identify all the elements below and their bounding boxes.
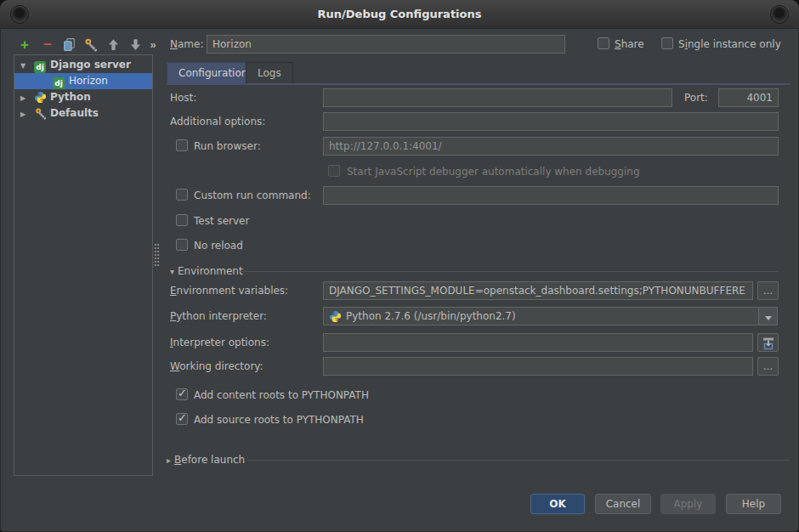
port-label: Port: <box>684 92 708 105</box>
help-button[interactable]: Help <box>726 494 781 514</box>
interpreter-options-label: Interpreter options: <box>170 337 269 349</box>
add-source-roots-label[interactable]: Add source roots to PYTHONPATH <box>194 414 364 427</box>
wrench-gear-icon <box>83 37 99 52</box>
minus-icon: − <box>40 37 55 52</box>
edit-defaults-button[interactable] <box>83 37 99 52</box>
working-directory-browse-button[interactable]: … <box>757 357 779 376</box>
environment-section-header[interactable]: ▾Environment <box>170 265 243 277</box>
ok-button[interactable]: OK <box>530 494 585 514</box>
tree-item-label: Django server <box>50 57 131 73</box>
run-debug-configurations-dialog: Run/Debug Configurations + − <box>0 0 799 532</box>
name-label: Name: <box>170 38 203 51</box>
environment-variables-browse-button[interactable]: … <box>757 281 779 300</box>
arrow-down-icon <box>128 37 144 52</box>
chevron-right-icon[interactable]: ▶ <box>20 90 26 106</box>
before-launch-header[interactable]: ▸Before launch <box>167 454 245 466</box>
working-directory-label: Working directory: <box>170 360 264 373</box>
copy-icon <box>62 37 77 52</box>
tree-item-label: Defaults <box>50 105 99 122</box>
host-field[interactable] <box>323 88 672 107</box>
dialog-body: + − <box>0 29 799 532</box>
window-button-left[interactable] <box>10 5 29 24</box>
add-source-roots-checkbox[interactable] <box>176 413 188 425</box>
interpreter-options-expand-button[interactable] <box>757 333 779 352</box>
single-instance-checkbox[interactable] <box>661 37 673 49</box>
add-content-roots-checkbox[interactable] <box>176 388 188 400</box>
configurations-tree: ▼ dj Django server dj Horizon ▶ Python <box>14 54 153 476</box>
python-icon <box>329 310 342 323</box>
before-launch-separator <box>246 460 789 461</box>
tree-item-python[interactable]: ▶ Python <box>14 89 152 105</box>
chevron-right-icon[interactable]: ▶ <box>20 106 26 122</box>
custom-run-command-checkbox[interactable] <box>176 189 188 201</box>
python-interpreter-dropdown-button[interactable] <box>758 308 777 325</box>
expand-field-icon <box>758 337 778 350</box>
tree-item-django-server[interactable]: ▼ dj Django server <box>14 57 152 73</box>
chevron-right-icon: ▸ <box>167 456 171 465</box>
arrow-up-icon <box>106 37 122 52</box>
python-icon <box>34 91 47 104</box>
custom-run-command-field[interactable] <box>323 186 779 205</box>
js-debugger-checkbox[interactable] <box>328 165 340 177</box>
copy-configuration-button[interactable] <box>62 37 77 52</box>
add-configuration-button[interactable]: + <box>17 37 32 52</box>
python-interpreter-value: Python 2.7.6 (/usr/bin/python2.7) <box>346 310 516 322</box>
python-interpreter-label: Python interpreter: <box>170 310 267 323</box>
single-instance-label[interactable]: Single instance only <box>678 38 781 51</box>
test-server-checkbox[interactable] <box>176 214 188 226</box>
run-browser-checkbox[interactable] <box>176 139 188 151</box>
apply-button[interactable]: Apply <box>660 494 716 514</box>
titlebar: Run/Debug Configurations <box>0 0 799 29</box>
share-label[interactable]: Share <box>615 38 644 51</box>
tab-underline <box>167 83 790 85</box>
name-field[interactable] <box>207 35 565 54</box>
run-browser-label[interactable]: Run browser: <box>194 140 261 153</box>
chevron-down-icon: ▾ <box>170 267 174 276</box>
more-actions-button[interactable]: » <box>146 37 160 52</box>
cancel-button[interactable]: Cancel <box>595 494 651 514</box>
working-directory-field[interactable] <box>323 357 753 376</box>
chevron-down-icon <box>765 316 772 320</box>
tree-item-label: Python <box>50 89 91 105</box>
host-label: Host: <box>170 92 196 105</box>
interpreter-options-field[interactable] <box>323 333 753 352</box>
window-button-right[interactable] <box>770 5 789 24</box>
window-title: Run/Debug Configurations <box>0 0 799 29</box>
environment-separator <box>238 271 779 272</box>
move-up-button[interactable] <box>106 37 122 52</box>
custom-run-command-label[interactable]: Custom run command: <box>194 190 311 202</box>
tab-logs[interactable]: Logs <box>246 62 293 83</box>
js-debugger-label: Start JavaScript debugger automatically … <box>347 166 640 178</box>
remove-configuration-button[interactable]: − <box>40 37 55 52</box>
wrench-gear-icon <box>34 107 47 120</box>
chevron-double-right-icon: » <box>146 37 160 52</box>
python-interpreter-select[interactable]: Python 2.7.6 (/usr/bin/python2.7) <box>323 307 778 325</box>
tree-item-defaults[interactable]: ▶ Defaults <box>14 105 152 122</box>
additional-options-label: Additional options: <box>170 116 265 128</box>
no-reload-checkbox[interactable] <box>176 239 188 251</box>
move-down-button[interactable] <box>128 37 144 52</box>
test-server-label[interactable]: Test server <box>194 215 249 228</box>
chevron-down-icon[interactable]: ▼ <box>20 58 26 74</box>
plus-icon: + <box>17 37 32 52</box>
port-field[interactable] <box>718 88 779 107</box>
share-checkbox[interactable] <box>598 37 609 49</box>
run-browser-url-field[interactable] <box>323 137 779 156</box>
tree-item-horizon[interactable]: dj Horizon <box>14 73 152 89</box>
environment-variables-label: Environment variables: <box>170 285 288 297</box>
no-reload-label[interactable]: No reload <box>194 240 243 252</box>
tree-item-label: Horizon <box>69 73 108 89</box>
environment-variables-field[interactable] <box>323 281 753 300</box>
splitter-grip[interactable] <box>154 243 160 267</box>
additional-options-field[interactable] <box>323 112 779 131</box>
add-content-roots-label[interactable]: Add content roots to PYTHONPATH <box>194 389 369 402</box>
